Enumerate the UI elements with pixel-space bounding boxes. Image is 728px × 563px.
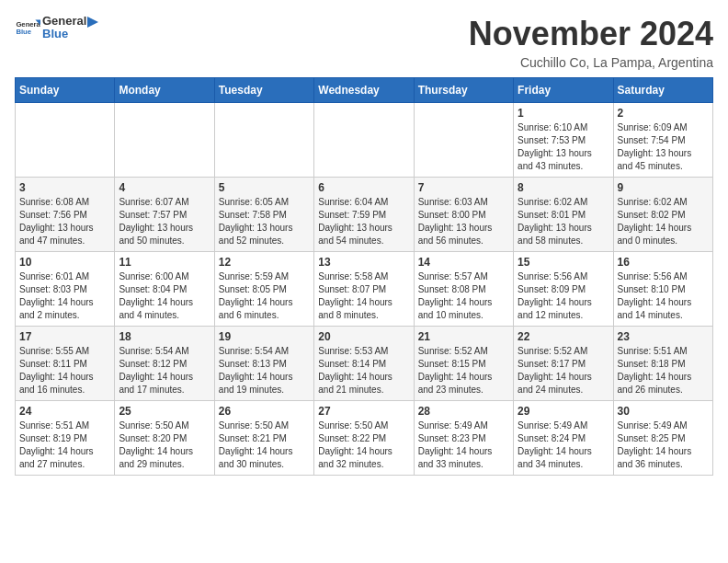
- calendar-cell: 30Sunrise: 5:49 AMSunset: 8:25 PMDayligh…: [613, 401, 712, 476]
- calendar-header-row: SundayMondayTuesdayWednesdayThursdayFrid…: [16, 78, 713, 103]
- calendar-cell: 24Sunrise: 5:51 AMSunset: 8:19 PMDayligh…: [16, 401, 115, 476]
- day-number: 6: [318, 181, 409, 194]
- day-number: 4: [119, 181, 210, 194]
- day-number: 14: [418, 256, 509, 269]
- day-info: Sunrise: 6:00 AMSunset: 8:04 PMDaylight:…: [119, 270, 210, 322]
- logo-blue-text: Blue: [42, 28, 86, 40]
- calendar-cell: 18Sunrise: 5:54 AMSunset: 8:12 PMDayligh…: [115, 327, 214, 401]
- day-info: Sunrise: 5:52 AMSunset: 8:17 PMDaylight:…: [518, 345, 609, 396]
- weekday-header-friday: Friday: [514, 78, 613, 103]
- weekday-header-saturday: Saturday: [613, 78, 712, 103]
- day-info: Sunrise: 6:05 AMSunset: 7:58 PMDaylight:…: [219, 196, 310, 247]
- calendar-cell: 1Sunrise: 6:10 AMSunset: 7:53 PMDaylight…: [514, 103, 613, 178]
- calendar-cell: 25Sunrise: 5:50 AMSunset: 8:20 PMDayligh…: [115, 401, 214, 476]
- weekday-header-tuesday: Tuesday: [214, 78, 313, 103]
- day-number: 16: [618, 256, 709, 269]
- day-info: Sunrise: 5:49 AMSunset: 8:23 PMDaylight:…: [418, 419, 509, 471]
- calendar-cell: 8Sunrise: 6:02 AMSunset: 8:01 PMDaylight…: [514, 178, 613, 252]
- day-info: Sunrise: 6:09 AMSunset: 7:54 PMDaylight:…: [618, 121, 709, 173]
- day-info: Sunrise: 5:50 AMSunset: 8:22 PMDaylight:…: [318, 419, 409, 471]
- day-number: 23: [618, 330, 709, 343]
- day-number: 19: [219, 330, 310, 343]
- day-info: Sunrise: 5:52 AMSunset: 8:15 PMDaylight:…: [418, 345, 509, 396]
- calendar-cell: [314, 103, 414, 178]
- day-number: 30: [618, 405, 709, 418]
- day-number: 26: [219, 405, 310, 418]
- svg-text:Blue: Blue: [16, 28, 31, 36]
- calendar-cell: 12Sunrise: 5:59 AMSunset: 8:05 PMDayligh…: [214, 252, 313, 327]
- day-info: Sunrise: 5:56 AMSunset: 8:09 PMDaylight:…: [518, 270, 609, 322]
- day-info: Sunrise: 6:10 AMSunset: 7:53 PMDaylight:…: [518, 121, 609, 173]
- calendar-cell: 28Sunrise: 5:49 AMSunset: 8:23 PMDayligh…: [414, 401, 513, 476]
- day-number: 10: [19, 256, 110, 269]
- weekday-header-monday: Monday: [115, 78, 214, 103]
- day-number: 15: [518, 256, 609, 269]
- day-number: 2: [618, 107, 709, 120]
- day-info: Sunrise: 5:59 AMSunset: 8:05 PMDaylight:…: [219, 270, 310, 322]
- calendar-cell: 9Sunrise: 6:02 AMSunset: 8:02 PMDaylight…: [613, 178, 712, 252]
- day-number: 21: [418, 330, 509, 343]
- day-number: 25: [119, 405, 210, 418]
- calendar-cell: 4Sunrise: 6:07 AMSunset: 7:57 PMDaylight…: [115, 178, 214, 252]
- day-info: Sunrise: 6:04 AMSunset: 7:59 PMDaylight:…: [318, 196, 409, 247]
- day-info: Sunrise: 5:50 AMSunset: 8:21 PMDaylight:…: [219, 419, 310, 471]
- calendar-cell: [414, 103, 513, 178]
- day-number: 3: [19, 181, 110, 194]
- logo-general-text: General: [42, 15, 86, 28]
- day-info: Sunrise: 6:08 AMSunset: 7:56 PMDaylight:…: [19, 196, 110, 247]
- calendar-week-4: 17Sunrise: 5:55 AMSunset: 8:11 PMDayligh…: [16, 327, 713, 401]
- calendar-cell: 15Sunrise: 5:56 AMSunset: 8:09 PMDayligh…: [514, 252, 613, 327]
- weekday-header-wednesday: Wednesday: [314, 78, 414, 103]
- calendar-cell: 13Sunrise: 5:58 AMSunset: 8:07 PMDayligh…: [314, 252, 414, 327]
- logo-flag-icon: [85, 15, 101, 31]
- weekday-header-sunday: Sunday: [16, 78, 115, 103]
- day-info: Sunrise: 5:51 AMSunset: 8:19 PMDaylight:…: [19, 419, 110, 471]
- day-number: 28: [418, 405, 509, 418]
- day-number: 12: [219, 256, 310, 269]
- title-block: November 2024 Cuchillo Co, La Pampa, Arg…: [469, 15, 713, 70]
- calendar-week-5: 24Sunrise: 5:51 AMSunset: 8:19 PMDayligh…: [16, 401, 713, 476]
- day-info: Sunrise: 5:56 AMSunset: 8:10 PMDaylight:…: [618, 270, 709, 322]
- day-info: Sunrise: 6:02 AMSunset: 8:01 PMDaylight:…: [518, 196, 609, 247]
- day-info: Sunrise: 5:49 AMSunset: 8:25 PMDaylight:…: [618, 419, 709, 471]
- day-number: 13: [318, 256, 409, 269]
- calendar-cell: 2Sunrise: 6:09 AMSunset: 7:54 PMDaylight…: [613, 103, 712, 178]
- calendar-cell: 6Sunrise: 6:04 AMSunset: 7:59 PMDaylight…: [314, 178, 414, 252]
- month-title: November 2024: [469, 15, 713, 53]
- calendar-body: 1Sunrise: 6:10 AMSunset: 7:53 PMDaylight…: [16, 103, 713, 476]
- calendar-cell: 14Sunrise: 5:57 AMSunset: 8:08 PMDayligh…: [414, 252, 513, 327]
- day-number: 20: [318, 330, 409, 343]
- calendar-cell: 23Sunrise: 5:51 AMSunset: 8:18 PMDayligh…: [613, 327, 712, 401]
- day-number: 18: [119, 330, 210, 343]
- calendar-cell: 11Sunrise: 6:00 AMSunset: 8:04 PMDayligh…: [115, 252, 214, 327]
- day-info: Sunrise: 6:01 AMSunset: 8:03 PMDaylight:…: [19, 270, 110, 322]
- calendar-cell: 19Sunrise: 5:54 AMSunset: 8:13 PMDayligh…: [214, 327, 313, 401]
- calendar-cell: 26Sunrise: 5:50 AMSunset: 8:21 PMDayligh…: [214, 401, 313, 476]
- location: Cuchillo Co, La Pampa, Argentina: [469, 55, 713, 70]
- calendar-cell: 29Sunrise: 5:49 AMSunset: 8:24 PMDayligh…: [514, 401, 613, 476]
- svg-marker-4: [87, 17, 98, 28]
- day-number: 24: [19, 405, 110, 418]
- calendar-cell: 5Sunrise: 6:05 AMSunset: 7:58 PMDaylight…: [214, 178, 313, 252]
- calendar-cell: [16, 103, 115, 178]
- day-info: Sunrise: 6:02 AMSunset: 8:02 PMDaylight:…: [618, 196, 709, 247]
- calendar-week-3: 10Sunrise: 6:01 AMSunset: 8:03 PMDayligh…: [16, 252, 713, 327]
- calendar-cell: [115, 103, 214, 178]
- weekday-header-thursday: Thursday: [414, 78, 513, 103]
- day-info: Sunrise: 6:03 AMSunset: 8:00 PMDaylight:…: [418, 196, 509, 247]
- calendar-week-2: 3Sunrise: 6:08 AMSunset: 7:56 PMDaylight…: [16, 178, 713, 252]
- logo-icon: General Blue: [15, 15, 40, 40]
- day-number: 7: [418, 181, 509, 194]
- day-number: 17: [19, 330, 110, 343]
- day-info: Sunrise: 5:51 AMSunset: 8:18 PMDaylight:…: [618, 345, 709, 396]
- day-number: 8: [518, 181, 609, 194]
- calendar-cell: 10Sunrise: 6:01 AMSunset: 8:03 PMDayligh…: [16, 252, 115, 327]
- day-info: Sunrise: 5:49 AMSunset: 8:24 PMDaylight:…: [518, 419, 609, 471]
- day-number: 11: [119, 256, 210, 269]
- day-number: 27: [318, 405, 409, 418]
- logo: General Blue General Blue: [15, 15, 101, 41]
- day-info: Sunrise: 6:07 AMSunset: 7:57 PMDaylight:…: [119, 196, 210, 247]
- calendar-cell: [214, 103, 313, 178]
- calendar-cell: 3Sunrise: 6:08 AMSunset: 7:56 PMDaylight…: [16, 178, 115, 252]
- day-info: Sunrise: 5:50 AMSunset: 8:20 PMDaylight:…: [119, 419, 210, 471]
